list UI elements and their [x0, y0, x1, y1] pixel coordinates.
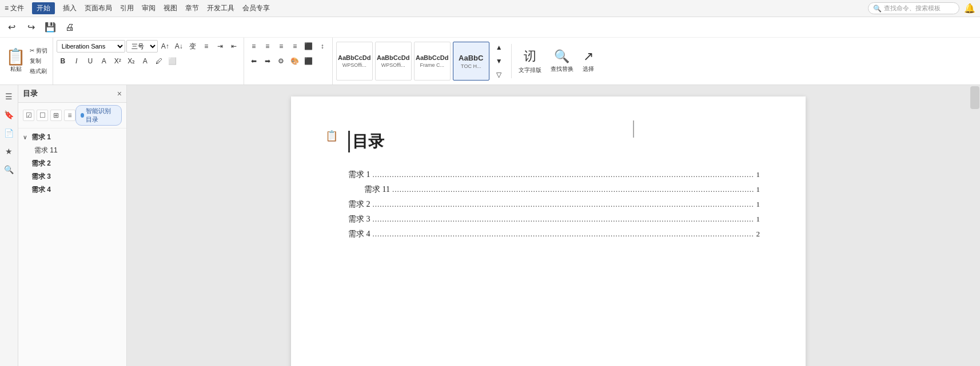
- paragraph-group: ≡ ≡ ≡ ≡ ⬛ ↕ ⬅ ➡ ⚙ 🎨 ⬛: [244, 38, 333, 85]
- print-button[interactable]: 🖨: [62, 19, 78, 36]
- menu-chapter[interactable]: 章节: [185, 3, 199, 13]
- nav-item-req3[interactable]: 需求 3: [18, 170, 126, 183]
- paragraph-settings-button[interactable]: ⚙: [275, 55, 288, 67]
- nav-item-req4[interactable]: 需求 4: [18, 183, 126, 196]
- toc-label-req1: 需求 1: [348, 170, 371, 180]
- redo-button[interactable]: ↪: [23, 19, 39, 36]
- menu-home[interactable]: 开始: [32, 2, 55, 14]
- style-item-toc[interactable]: AaBbC TOC H...: [453, 42, 489, 81]
- toc-label-req2: 需求 2: [348, 199, 371, 210]
- main-area: ☰ 🔖 📄 ★ 🔍 目录 × ☑ ☐ ⊞ ≡ 智能识别目录 ∨ 需求: [0, 85, 980, 366]
- style-scroll-up[interactable]: ▲: [493, 41, 505, 54]
- right-scrollbar[interactable]: [970, 85, 980, 366]
- indent-button[interactable]: ⇥: [214, 40, 226, 53]
- bold-button[interactable]: B: [57, 55, 69, 67]
- decrease-indent-button[interactable]: ➡: [261, 55, 274, 67]
- copy-button[interactable]: 复制: [28, 57, 49, 66]
- font-color-button[interactable]: A: [98, 55, 110, 67]
- align-right-button[interactable]: ≡: [275, 40, 288, 53]
- search-icon: 🔍: [873, 5, 882, 13]
- file-icon[interactable]: 📄: [2, 126, 16, 140]
- sidebar-header: 目录 ×: [18, 85, 126, 103]
- ai-recognize-button[interactable]: 智能识别目录: [75, 105, 122, 126]
- justify-button[interactable]: ≡: [289, 40, 301, 53]
- sidebar-title: 目录: [23, 89, 38, 99]
- menu-insert[interactable]: 插入: [63, 3, 77, 13]
- style-item-wps2[interactable]: AaBbCcDd WPSOffi...: [375, 42, 412, 81]
- subscript-button[interactable]: X₂: [125, 55, 138, 67]
- nav-item-req1[interactable]: ∨ 需求 1: [18, 131, 126, 144]
- text-color-button[interactable]: A: [139, 55, 152, 67]
- notification-icon[interactable]: 🔔: [964, 3, 975, 14]
- sidebar-nav: ∨ 需求 1 需求 11 需求 2 需求 3 需求 4: [18, 128, 126, 366]
- menu-reference[interactable]: 引用: [120, 3, 134, 13]
- sidebar-tool-box[interactable]: ☐: [37, 110, 48, 121]
- align-center-button[interactable]: ≡: [261, 40, 274, 53]
- style-gallery: AaBbCcDd WPSOffi... AaBbCcDd WPSOffi... …: [333, 38, 509, 85]
- favorite-icon[interactable]: ★: [2, 144, 16, 158]
- border2-button[interactable]: ⬛: [302, 55, 315, 67]
- paste-button[interactable]: 📋 粘贴: [6, 49, 26, 73]
- ai-dot: [81, 113, 84, 118]
- sidebar: 目录 × ☑ ☐ ⊞ ≡ 智能识别目录 ∨ 需求 1 需求 11: [18, 85, 127, 366]
- title-bar-right: 🔍 查找命令、搜索模板 🔔: [868, 2, 975, 14]
- nav-item-req2[interactable]: 需求 2: [18, 157, 126, 170]
- toc-entry-req2: 需求 2 ...................................…: [348, 199, 760, 210]
- menu-file[interactable]: ≡ 文件: [5, 3, 24, 13]
- select-button[interactable]: ↗ 选择: [578, 38, 599, 85]
- italic-button[interactable]: I: [70, 55, 83, 67]
- bookmark-icon[interactable]: 🔖: [2, 108, 16, 122]
- fill-button[interactable]: 🎨: [289, 55, 301, 67]
- menu-layout[interactable]: 页面布局: [85, 3, 112, 13]
- menu-review[interactable]: 审阅: [142, 3, 156, 13]
- paste-group: 📋 粘贴 ✂ 剪切 复制 格式刷: [2, 38, 53, 85]
- sidebar-tool-grid[interactable]: ⊞: [50, 110, 62, 121]
- search-box[interactable]: 🔍 查找命令、搜索模板: [868, 2, 959, 14]
- list-button[interactable]: ≡: [200, 40, 213, 53]
- format-brush-button[interactable]: 格式刷: [28, 67, 49, 76]
- find-replace-button[interactable]: 🔍 查找替换: [546, 38, 578, 85]
- nav-icon[interactable]: ☰: [2, 90, 16, 103]
- expand-icon-req1: ∨: [23, 134, 30, 140]
- align-left-button[interactable]: ≡: [248, 40, 260, 53]
- underline-button[interactable]: U: [84, 55, 97, 67]
- border-button[interactable]: ⬜: [166, 55, 179, 67]
- outdent-button[interactable]: ⇤: [228, 40, 240, 53]
- columns-button[interactable]: ⬛: [302, 40, 315, 53]
- style-scroll-down[interactable]: ▼: [493, 55, 505, 67]
- style-item-wps1[interactable]: AaBbCcDd WPSOffi...: [336, 42, 373, 81]
- search-left-icon[interactable]: 🔍: [2, 163, 16, 176]
- font-group: Liberation Sans 三号 A↑ A↓ 变 ≡ ⇥ ⇤ B I U A…: [53, 38, 244, 85]
- nav-item-req11[interactable]: 需求 11: [18, 144, 126, 157]
- font-size-up-button[interactable]: A↑: [159, 40, 172, 53]
- quick-save-button[interactable]: 💾: [42, 19, 58, 36]
- toc-dots-req3: ........................................…: [373, 215, 754, 224]
- sidebar-tool-check[interactable]: ☑: [23, 110, 34, 121]
- superscript-button[interactable]: X²: [111, 55, 124, 67]
- highlight-button[interactable]: 🖊: [153, 55, 165, 67]
- undo-button[interactable]: ↩: [3, 19, 19, 36]
- menu-devtools[interactable]: 开发工具: [207, 3, 234, 13]
- sidebar-tool-list[interactable]: ≡: [64, 110, 75, 121]
- style-item-frame[interactable]: AaBbCcDd Frame C...: [414, 42, 451, 81]
- font-size-down-button[interactable]: A↓: [173, 40, 185, 53]
- menu-view[interactable]: 视图: [164, 3, 177, 13]
- toc-label-req11: 需求 11: [364, 184, 390, 195]
- change-case-button[interactable]: 变: [186, 40, 199, 53]
- style-expand[interactable]: ▽: [493, 69, 505, 81]
- toc-dots-req4: ........................................…: [373, 230, 754, 239]
- increase-indent-button[interactable]: ⬅: [248, 55, 260, 67]
- menu-member[interactable]: 会员专享: [242, 3, 270, 13]
- find-replace-icon: 🔍: [554, 49, 569, 64]
- text-layout-button[interactable]: 讱 文字排版: [514, 38, 546, 85]
- line-spacing-button[interactable]: ↕: [316, 40, 329, 53]
- font-size-select[interactable]: 三号: [126, 40, 158, 53]
- font-name-select[interactable]: Liberation Sans: [57, 40, 125, 53]
- cursor-indicator: [600, 120, 634, 138]
- toc-dots-req11: ........................................…: [392, 185, 754, 194]
- sidebar-close-button[interactable]: ×: [117, 89, 122, 98]
- toc-entry-req11: 需求 11 ..................................…: [348, 184, 760, 195]
- cut-button[interactable]: ✂ 剪切: [28, 46, 49, 55]
- toc-page-req4: 2: [756, 230, 760, 239]
- toc-dots-req1: ........................................…: [373, 170, 754, 179]
